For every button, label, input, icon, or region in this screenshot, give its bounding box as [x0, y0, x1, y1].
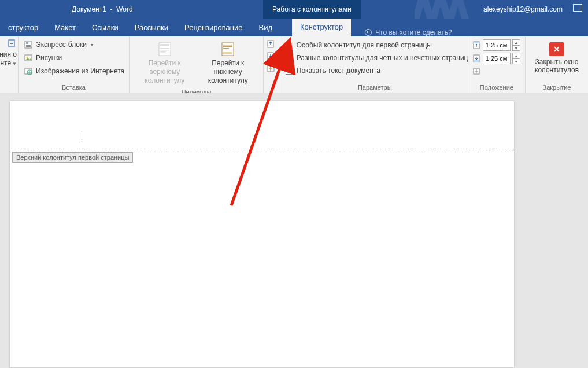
group-position: 1,25 см ▲▼ 1,25 см ▲▼ Положение [468, 36, 526, 93]
show-document-text-checkbox[interactable]: ✓ Показать текст документа [286, 65, 468, 76]
goto-footer-button[interactable]: Перейти к нижнему колонтитулу [197, 39, 260, 87]
close-x-icon: ✕ [549, 42, 564, 56]
goto-header-icon [156, 41, 174, 57]
svg-rect-26 [474, 42, 479, 43]
goto-header-button: Перейти к верхнему колонтитулу [133, 39, 197, 87]
tab-links[interactable]: Ссылки [84, 19, 127, 36]
group-options: ✓ Особый колонтитул для первой страницы … [282, 36, 468, 93]
tell-me-search[interactable]: Что вы хотите сделать? [358, 28, 459, 36]
footer-from-bottom-spinner[interactable]: 1,25 см ▲▼ [472, 53, 520, 64]
text-cursor [82, 134, 82, 142]
pictures-icon [24, 53, 33, 62]
document-page[interactable]: Верхний колонтитул первой страницы [10, 101, 514, 367]
insert-alignment-tab-icon[interactable] [472, 67, 481, 76]
group-nav-links [264, 36, 282, 93]
group-close-label: Закрытие [526, 83, 588, 93]
tab-design-active[interactable]: Конструктор [292, 19, 351, 36]
different-odd-even-checkbox[interactable]: Разные колонтитулы для четных и нечетных… [286, 53, 468, 63]
link-previous-icon[interactable] [266, 64, 275, 73]
tab-mailings[interactable]: Рассылки [127, 19, 176, 36]
ribbon: ения о менте▼ Экспресс-блоки▾ Рисунки [0, 36, 588, 93]
svg-rect-2 [10, 43, 13, 44]
svg-rect-1 [10, 42, 13, 42]
tab-partial-constructor[interactable]: структор [0, 19, 46, 36]
contextual-tab-title: Работа с колонтитулами [263, 0, 361, 19]
checkbox-checked-icon: ✓ [286, 42, 293, 49]
tab-layout[interactable]: Макет [46, 19, 84, 36]
svg-rect-4 [26, 42, 28, 44]
goto-footer-icon [219, 41, 237, 57]
group-partial-left: ения о менте▼ [0, 36, 19, 93]
quick-parts-button[interactable]: Экспресс-блоки▾ [22, 39, 126, 50]
svg-rect-5 [26, 45, 31, 46]
header-boundary [10, 149, 514, 149]
checkbox-unchecked-icon [286, 54, 293, 62]
tab-view[interactable]: Вид [250, 19, 280, 36]
group-close: ✕ Закрыть окно колонтитулов Закрытие [526, 36, 588, 93]
document-info-icon [8, 39, 17, 48]
svg-rect-20 [223, 48, 229, 49]
next-section-icon[interactable] [266, 51, 275, 61]
online-pictures-icon [24, 67, 33, 76]
title-bar: Документ1 - Word Работа с колонтитулами … [0, 0, 588, 19]
svg-rect-14 [160, 50, 169, 51]
quick-parts-icon [24, 40, 33, 49]
different-first-page-checkbox[interactable]: ✓ Особый колонтитул для первой страницы [286, 40, 468, 50]
group-navigation: Перейти к верхнему колонтитулу Перейти к… [130, 36, 264, 93]
header-from-top-spinner[interactable]: 1,25 см ▲▼ [472, 39, 520, 51]
checkbox-checked-icon: ✓ [286, 67, 293, 75]
pictures-button[interactable]: Рисунки [22, 52, 126, 64]
header-section-tag: Верхний колонтитул первой страницы [12, 152, 133, 163]
svg-rect-3 [25, 41, 32, 48]
ribbon-tabs: структор Макет Ссылки Рассылки Рецензиро… [0, 19, 588, 36]
ribbon-display-options-icon[interactable] [573, 4, 582, 12]
spinner-arrows[interactable]: ▲▼ [512, 39, 520, 51]
tab-review[interactable]: Рецензирование [176, 19, 250, 36]
svg-rect-17 [223, 52, 232, 54]
header-position-icon [472, 41, 481, 50]
spinner-arrows[interactable]: ▲▼ [512, 53, 520, 64]
svg-rect-9 [25, 68, 32, 74]
group-insert: Экспресс-блоки▾ Рисунки Изображения из И… [19, 36, 130, 93]
header-from-top-value[interactable]: 1,25 см [483, 39, 511, 51]
group-position-label: Положение [468, 83, 525, 93]
group-options-label: Параметры [282, 83, 468, 93]
group-insert-label: Вставка [19, 83, 129, 93]
user-email[interactable]: alexeyship12@gmail.com [483, 5, 563, 13]
svg-rect-28 [474, 60, 479, 62]
close-header-footer-button[interactable]: ✕ Закрыть окно колонтитулов [529, 39, 585, 75]
footer-from-bottom-value[interactable]: 1,25 см [483, 53, 511, 64]
svg-rect-18 [223, 45, 232, 46]
svg-rect-19 [223, 46, 232, 47]
footer-position-icon [472, 54, 481, 63]
svg-rect-12 [160, 44, 169, 46]
svg-rect-15 [160, 51, 166, 53]
previous-section-icon[interactable] [266, 39, 275, 49]
online-pictures-button[interactable]: Изображения из Интернета [22, 65, 126, 77]
svg-rect-6 [26, 46, 31, 47]
document-workspace[interactable]: Верхний колонтитул первой страницы [0, 93, 588, 368]
document-title: Документ1 - Word [72, 5, 133, 13]
svg-rect-13 [160, 48, 169, 49]
lightbulb-icon [365, 29, 372, 36]
